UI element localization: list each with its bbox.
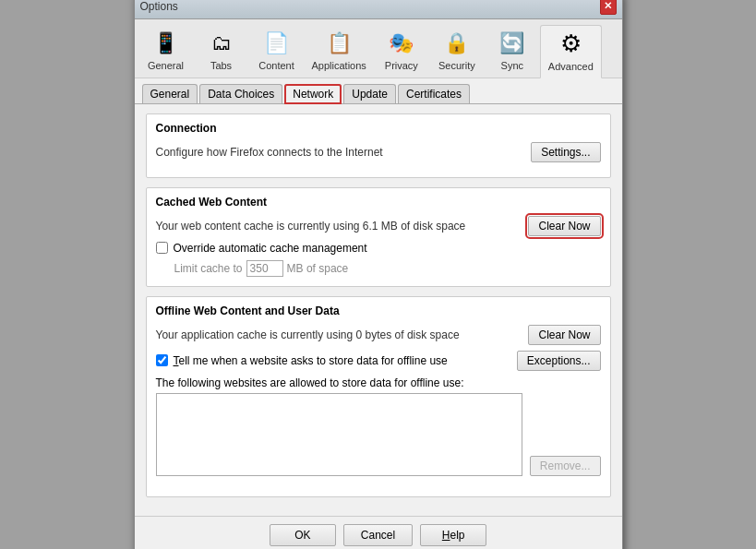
- connection-section: Connection Configure how Firefox connect…: [146, 113, 611, 178]
- offline-section: Offline Web Content and User Data Your a…: [146, 296, 611, 497]
- sync-icon: [498, 29, 527, 58]
- notify-checkbox-row: Tell me when a website asks to store dat…: [156, 354, 448, 367]
- app-cache-row: Your application cache is currently usin…: [156, 325, 601, 345]
- security-icon: [442, 29, 472, 58]
- toolbar-tabs-label: Tabs: [210, 60, 232, 71]
- tab-network[interactable]: Network: [284, 84, 342, 104]
- advanced-icon: [556, 30, 585, 59]
- window-title: Options: [140, 0, 178, 13]
- tab-general[interactable]: General: [142, 84, 198, 103]
- tab-update[interactable]: Update: [343, 84, 396, 103]
- websites-label-row: The following websites are allowed to st…: [156, 376, 601, 389]
- toolbar-sync-label: Sync: [501, 60, 523, 71]
- websites-label: The following websites are allowed to st…: [156, 376, 464, 389]
- websites-row: Remove...: [156, 393, 601, 482]
- content-icon: [262, 29, 292, 58]
- toolbar-advanced[interactable]: Advanced: [540, 25, 602, 78]
- cache-limit-row: Limit cache to 350 MB of space: [174, 260, 601, 277]
- limit-unit-label: MB of space: [287, 262, 349, 275]
- toolbar-tabs[interactable]: Tabs: [194, 25, 249, 78]
- cached-content-title: Cached Web Content: [156, 196, 601, 209]
- footer: OK Cancel Help: [135, 516, 622, 550]
- connection-title: Connection: [156, 122, 601, 135]
- override-cache-checkbox[interactable]: [156, 242, 168, 254]
- tabs-icon: [207, 29, 236, 58]
- remove-button[interactable]: Remove...: [530, 456, 601, 476]
- app-cache-description: Your application cache is currently usin…: [156, 328, 460, 341]
- cancel-button[interactable]: Cancel: [343, 524, 413, 546]
- toolbar-privacy[interactable]: Privacy: [374, 25, 429, 78]
- tab-data-choices[interactable]: Data Choices: [199, 84, 282, 103]
- privacy-icon: [387, 29, 416, 58]
- connection-row: Configure how Firefox connects to the In…: [156, 142, 601, 162]
- toolbar-applications[interactable]: Applications: [305, 25, 374, 78]
- offline-title: Offline Web Content and User Data: [156, 304, 601, 317]
- toolbar-applications-label: Applications: [312, 60, 366, 71]
- toolbar-security-label: Security: [438, 60, 475, 71]
- cache-description: Your web content cache is currently usin…: [156, 220, 466, 233]
- toolbar-sync[interactable]: Sync: [485, 25, 540, 78]
- clear-cache-button[interactable]: Clear Now: [528, 216, 600, 236]
- websites-list[interactable]: [156, 393, 522, 476]
- exceptions-button[interactable]: Exceptions...: [517, 351, 601, 371]
- limit-cache-label: Limit cache to: [174, 262, 243, 275]
- override-cache-row: Override automatic cache management: [156, 242, 601, 255]
- clear-offline-button[interactable]: Clear Now: [528, 325, 600, 345]
- toolbar-general-label: General: [148, 60, 184, 71]
- cached-content-section: Cached Web Content Your web content cach…: [146, 187, 611, 287]
- toolbar-privacy-label: Privacy: [385, 60, 418, 71]
- tabs-bar: General Data Choices Network Update Cert…: [135, 78, 622, 104]
- options-window: Options ✕ General Tabs Content Applicati…: [134, 0, 623, 549]
- ok-button[interactable]: OK: [270, 524, 336, 546]
- tab-certificates[interactable]: Certificates: [398, 84, 470, 103]
- override-cache-label: Override automatic cache management: [174, 242, 367, 255]
- toolbar: General Tabs Content Applications Privac…: [135, 19, 622, 78]
- toolbar-security[interactable]: Security: [429, 25, 485, 78]
- applications-icon: [324, 29, 354, 58]
- notify-label: Tell me when a website asks to store dat…: [174, 354, 448, 367]
- notify-row: Tell me when a website asks to store dat…: [156, 351, 601, 371]
- help-button[interactable]: Help: [420, 524, 486, 546]
- content-area: Connection Configure how Firefox connect…: [135, 104, 622, 516]
- settings-button[interactable]: Settings...: [531, 142, 600, 162]
- toolbar-general[interactable]: General: [138, 25, 194, 78]
- toolbar-content[interactable]: Content: [249, 25, 305, 78]
- toolbar-content-label: Content: [258, 60, 294, 71]
- toolbar-advanced-label: Advanced: [548, 61, 594, 72]
- cache-row: Your web content cache is currently usin…: [156, 216, 601, 236]
- close-button[interactable]: ✕: [600, 0, 617, 15]
- notify-checkbox[interactable]: [156, 354, 168, 366]
- titlebar: Options ✕: [135, 0, 622, 19]
- cache-limit-input[interactable]: 350: [246, 260, 283, 277]
- remove-col: Remove...: [530, 393, 601, 476]
- general-icon: [151, 29, 181, 58]
- connection-description: Configure how Firefox connects to the In…: [156, 146, 383, 159]
